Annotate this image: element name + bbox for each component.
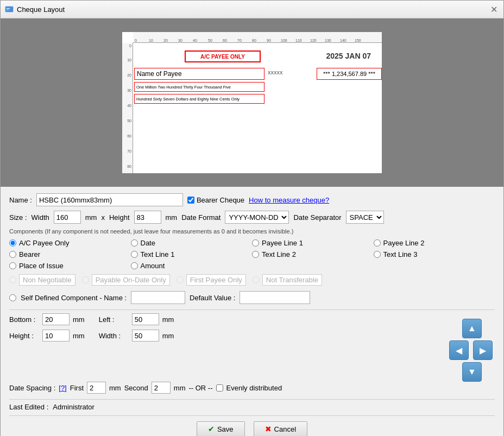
default-value-label: Default Value : xyxy=(190,294,235,302)
self-defined-row: Self Defined Component - Name : Default … xyxy=(9,291,495,304)
radio-ac-payee-label[interactable]: A/C Payee Only xyxy=(19,239,70,247)
arrow-right-button[interactable]: ▶ xyxy=(473,340,493,360)
close-button[interactable]: ✕ xyxy=(488,4,499,15)
date-separator-select[interactable]: SPACE NONE - / xyxy=(346,211,384,224)
default-value-input[interactable] xyxy=(240,291,310,304)
left-input[interactable] xyxy=(132,313,159,325)
radio-payee-line2-input[interactable] xyxy=(374,239,381,247)
evenly-distributed-checkbox[interactable] xyxy=(216,384,223,391)
disabled-radio-row: Non Negotiable Payable On-Date Only Firs… xyxy=(9,274,495,286)
radio-text-line1: Text Line 1 xyxy=(131,250,253,258)
self-defined-name-input[interactable] xyxy=(131,291,185,304)
radio-payee-line2-label[interactable]: Payee Line 2 xyxy=(383,239,425,247)
radio-non-negotiable-input[interactable] xyxy=(9,276,16,283)
cheque-preview: 0 10 20 30 40 50 60 70 80 90 100 110 120… xyxy=(122,32,382,173)
bottom-row: Bottom : mm Left : mm xyxy=(9,313,438,325)
radio-payee-line1: Payee Line 1 xyxy=(252,239,374,247)
width-label: Width xyxy=(32,213,49,222)
width-m-input[interactable] xyxy=(132,330,159,342)
arrow-left-button[interactable]: ◀ xyxy=(449,340,469,360)
bearer-cheque-checkbox[interactable] xyxy=(187,197,194,204)
size-label: Size : xyxy=(9,213,27,222)
name-row: Name : Bearer Cheque How to measure cheq… xyxy=(9,193,495,206)
width-input[interactable] xyxy=(54,211,81,224)
radio-text-line2-input[interactable] xyxy=(252,251,259,258)
size-row: Size : Width mm x Height mm Date Format … xyxy=(9,211,495,224)
last-edited-label: Last Edited : xyxy=(9,403,48,411)
ruler-tick: 130 xyxy=(325,39,331,42)
radio-amount-label[interactable]: Amount xyxy=(141,262,165,270)
bearer-cheque-label[interactable]: Bearer Cheque xyxy=(197,196,244,204)
ruler-tick: 30 xyxy=(178,39,182,42)
cheque-payee-name: Name of Payee xyxy=(134,68,264,80)
radio-text-line2: Text Line 2 xyxy=(252,250,374,258)
ruler-tick: 150 xyxy=(355,39,361,42)
date-separator-label: Date Separator xyxy=(293,213,341,222)
measurements-area: Bottom : mm Left : mm Height : mm Width … xyxy=(9,313,495,382)
radio-place-of-issue: Place of Issue xyxy=(9,262,131,270)
radio-bearer-input[interactable] xyxy=(9,251,16,258)
ruler-tick: 10 xyxy=(149,39,153,42)
radio-amount-input[interactable] xyxy=(131,262,138,269)
cheque-xxxxx: xxxxx xyxy=(268,69,283,75)
radio-self-defined-input[interactable] xyxy=(9,294,16,301)
not-transferable-label: Not Transferable xyxy=(262,274,322,286)
radio-ac-payee: A/C Payee Only xyxy=(9,239,131,247)
bottom-buttons: ✔ Save ✖ Cancel xyxy=(9,415,495,436)
radio-not-transferable: Not Transferable xyxy=(253,274,322,286)
how-to-measure-link[interactable]: How to measure cheque? xyxy=(249,196,329,204)
radio-amount: Amount xyxy=(131,262,253,270)
arrow-up-row: ▲ xyxy=(462,319,482,338)
radio-date: Date xyxy=(131,239,253,247)
radio-text-line3-input[interactable] xyxy=(374,251,381,258)
x-label: x xyxy=(101,213,105,222)
radio-date-label[interactable]: Date xyxy=(141,239,155,247)
left-label: Left : xyxy=(99,315,129,324)
radio-payable-on-date-input[interactable] xyxy=(82,276,89,283)
payee-name-text: Name of Payee xyxy=(137,70,182,78)
date-spacing-row: Date Spacing : [?] First mm Second mm --… xyxy=(9,382,495,394)
date-spacing-label: Date Spacing : xyxy=(9,384,55,392)
arrow-down-row: ▼ xyxy=(462,362,482,382)
arrow-down-button[interactable]: ▼ xyxy=(462,362,482,382)
cheque-amount-words1: One Million Two Hundred Thirty Four Thou… xyxy=(134,82,264,92)
radio-bearer: Bearer xyxy=(9,250,131,258)
ruler-tick: 50 xyxy=(208,39,212,42)
height-m-label: Height : xyxy=(9,332,39,340)
radio-bearer-label[interactable]: Bearer xyxy=(19,250,40,258)
date-format-select[interactable]: YYYY-MON-DD DD/MM/YYYY MM/DD/YYYY DD-MM-… xyxy=(225,211,289,224)
left-unit: mm xyxy=(162,315,174,324)
ruler-tick: 40 xyxy=(127,104,131,108)
save-button[interactable]: ✔ Save xyxy=(197,421,245,436)
radio-text-line2-label[interactable]: Text Line 2 xyxy=(262,250,296,258)
form-area: Name : Bearer Cheque How to measure cheq… xyxy=(1,187,503,436)
self-defined-label[interactable]: Self Defined Component - Name : xyxy=(21,294,127,302)
radio-place-of-issue-label[interactable]: Place of Issue xyxy=(19,262,64,270)
bottom-input[interactable] xyxy=(42,313,70,325)
radio-first-payee-only-input[interactable] xyxy=(177,276,184,283)
cancel-label: Cancel xyxy=(274,425,296,433)
radio-text-line3-label[interactable]: Text Line 3 xyxy=(383,250,418,258)
radio-date-input[interactable] xyxy=(131,239,138,247)
mm-label2: mm xyxy=(166,213,178,222)
date-spacing-help[interactable]: [?] xyxy=(59,384,66,392)
radio-text-line1-label[interactable]: Text Line 1 xyxy=(141,250,175,258)
evenly-distributed-label[interactable]: Evenly distributed xyxy=(226,384,282,392)
radio-ac-payee-input[interactable] xyxy=(9,239,16,247)
radio-not-transferable-input[interactable] xyxy=(253,276,260,283)
height-m-input[interactable] xyxy=(42,330,70,342)
radio-payee-line1-input[interactable] xyxy=(252,239,259,247)
arrow-up-button[interactable]: ▲ xyxy=(462,319,482,338)
name-input[interactable] xyxy=(36,193,183,206)
second-spacing-input[interactable] xyxy=(152,382,171,394)
cancel-button[interactable]: ✖ Cancel xyxy=(254,421,307,436)
arrow-mid-row: ◀ ▶ xyxy=(449,340,495,360)
height-input[interactable] xyxy=(134,211,161,224)
first-spacing-input[interactable] xyxy=(87,382,106,394)
ruler-tick: 20 xyxy=(127,73,131,77)
radio-non-negotiable: Non Negotiable xyxy=(9,274,75,286)
width-m-label: Width : xyxy=(99,332,129,340)
radio-payee-line1-label[interactable]: Payee Line 1 xyxy=(262,239,303,247)
radio-text-line1-input[interactable] xyxy=(131,251,138,258)
radio-place-of-issue-input[interactable] xyxy=(9,262,16,269)
